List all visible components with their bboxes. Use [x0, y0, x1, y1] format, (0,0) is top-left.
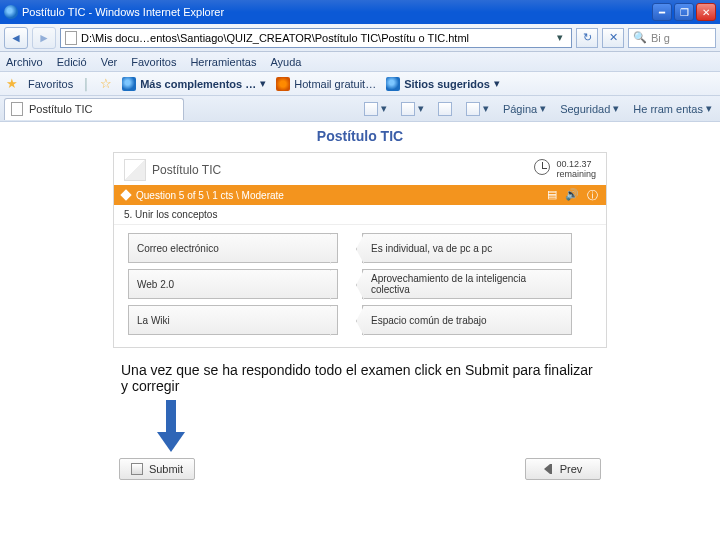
fav-mas-complementos[interactable]: Más complementos … ▾ [122, 77, 266, 91]
stop-button[interactable]: ✕ [602, 28, 624, 48]
question-text: 5. Unir los conceptos [114, 205, 606, 225]
quiz-title: Postítulo TIC [152, 163, 221, 177]
maximize-button[interactable]: ❐ [674, 3, 694, 21]
print-icon [466, 102, 480, 116]
security-menu[interactable]: Seguridad ▾ [556, 102, 623, 115]
window-controls: ━ ❐ ✕ [652, 3, 716, 21]
fav-sitios-sugeridos[interactable]: Sitios sugeridos ▾ [386, 77, 500, 91]
forward-button[interactable]: ► [32, 27, 56, 49]
submit-icon [131, 463, 143, 475]
arrow-down-icon [157, 400, 185, 452]
home-button[interactable]: ▾ [360, 102, 391, 116]
svg-rect-0 [166, 400, 176, 432]
fav-hotmail[interactable]: Hotmail gratuit… [276, 77, 376, 91]
svg-marker-1 [157, 432, 185, 452]
home-icon [364, 102, 378, 116]
print-button[interactable]: ▾ [462, 102, 493, 116]
callout-arrow [113, 400, 607, 452]
quiz-nav-footer: Submit Prev [113, 458, 607, 490]
command-bar: ▾ ▾ ▾ Página ▾ Seguridad ▾ He rram entas… [360, 102, 716, 116]
feed-icon [401, 102, 415, 116]
page-icon [65, 31, 77, 45]
prev-label: Prev [560, 463, 583, 475]
prev-icon [544, 464, 554, 474]
quiz-progress-bar: Question 5 of 5 \ 1 cts \ Moderate ▤ 🔊 ⓘ [114, 185, 606, 205]
menu-favoritos[interactable]: Favoritos [131, 56, 176, 68]
diamond-icon [120, 189, 131, 200]
outline-icon[interactable]: ▤ [547, 188, 557, 203]
menu-edicion[interactable]: Edició [57, 56, 87, 68]
timer-label: remaining [556, 169, 596, 179]
back-button[interactable]: ◄ [4, 27, 28, 49]
quiz-panel: Postítulo TIC 00.12.37 remaining Questio… [113, 152, 607, 348]
page-menu[interactable]: Página ▾ [499, 102, 550, 115]
search-icon: 🔍 [633, 31, 647, 44]
prev-button[interactable]: Prev [525, 458, 601, 480]
match-right-2[interactable]: Espacio común de trabajo [362, 305, 572, 335]
tab-row: Postítulo TIC ▾ ▾ ▾ Página ▾ Seguridad ▾… [0, 96, 720, 122]
address-bar-row: ◄ ► ▾ ↻ ✕ 🔍 Bi g [0, 24, 720, 52]
sites-icon [386, 77, 400, 91]
timer-value: 00.12.37 [556, 159, 596, 169]
page-content: Postítulo TIC Postítulo TIC 00.12.37 rem… [0, 122, 720, 490]
instruction-text: Una vez que se ha respondido todo el exa… [113, 362, 607, 394]
refresh-button[interactable]: ↻ [576, 28, 598, 48]
quiz-header: Postítulo TIC 00.12.37 remaining [114, 153, 606, 185]
quiz-timer: 00.12.37 remaining [534, 159, 596, 179]
menu-bar: Archivo Edició Ver Favoritos Herramienta… [0, 52, 720, 72]
tab-postitulo[interactable]: Postítulo TIC [4, 98, 184, 120]
window-titlebar: Postítulo TIC - Windows Internet Explore… [0, 0, 720, 24]
page-fold-icon [124, 159, 146, 181]
clock-icon [534, 159, 550, 175]
window-title: Postítulo TIC - Windows Internet Explore… [22, 6, 652, 18]
submit-label: Submit [149, 463, 183, 475]
matching-grid: Correo electrónico Es individual, va de … [114, 225, 606, 347]
address-dropdown-icon[interactable]: ▾ [553, 28, 567, 48]
address-input[interactable] [81, 32, 549, 44]
submit-button[interactable]: Submit [119, 458, 195, 480]
tab-label: Postítulo TIC [29, 103, 92, 115]
mail-button[interactable] [434, 102, 456, 116]
quiz-progress-text: Question 5 of 5 \ 1 cts \ Moderate [136, 190, 284, 201]
search-box[interactable]: 🔍 Bi g [628, 28, 716, 48]
page-title: Postítulo TIC [40, 128, 680, 144]
ie-icon [4, 5, 18, 19]
hotmail-icon [276, 77, 290, 91]
menu-ver[interactable]: Ver [101, 56, 118, 68]
info-icon[interactable]: ⓘ [587, 188, 598, 203]
ie-small-icon [122, 77, 136, 91]
tools-menu[interactable]: He rram entas ▾ [629, 102, 716, 115]
add-favorite-icon[interactable]: ☆ [100, 76, 112, 91]
favorites-star-icon[interactable]: ★ [6, 76, 18, 91]
favorites-label[interactable]: Favoritos [28, 78, 73, 90]
tab-page-icon [11, 102, 23, 116]
match-left-2[interactable]: La Wiki [128, 305, 338, 335]
close-button[interactable]: ✕ [696, 3, 716, 21]
address-box[interactable]: ▾ [60, 28, 572, 48]
match-left-1[interactable]: Web 2.0 [128, 269, 338, 299]
menu-herramientas[interactable]: Herramientas [190, 56, 256, 68]
favorites-bar: ★ Favoritos │ ☆ Más complementos … ▾ Hot… [0, 72, 720, 96]
search-placeholder: Bi g [651, 32, 670, 44]
mail-icon [438, 102, 452, 116]
match-right-0[interactable]: Es individual, va de pc a pc [362, 233, 572, 263]
feeds-button[interactable]: ▾ [397, 102, 428, 116]
match-left-0[interactable]: Correo electrónico [128, 233, 338, 263]
menu-archivo[interactable]: Archivo [6, 56, 43, 68]
minimize-button[interactable]: ━ [652, 3, 672, 21]
match-right-1[interactable]: Aprovechamiento de la inteligencia colec… [362, 269, 572, 299]
menu-ayuda[interactable]: Ayuda [270, 56, 301, 68]
sound-icon[interactable]: 🔊 [565, 188, 579, 203]
